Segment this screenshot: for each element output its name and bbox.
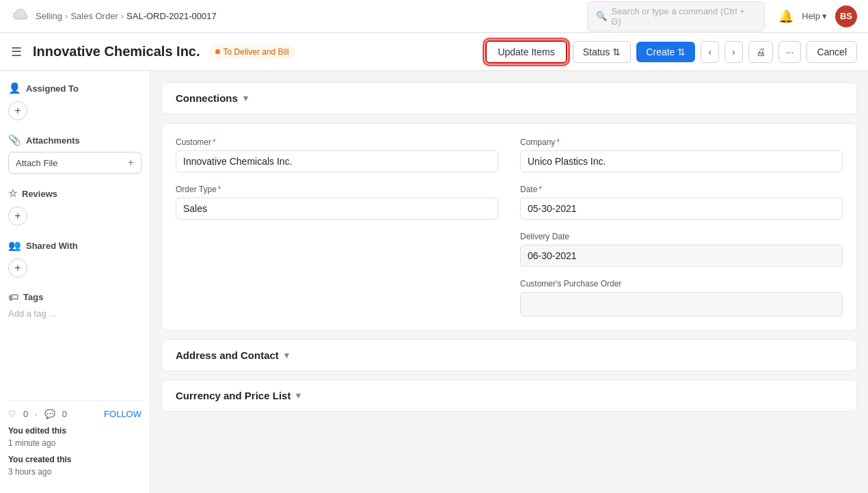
date-label: Date*: [520, 185, 843, 194]
attach-plus-icon: +: [128, 157, 134, 169]
print-button[interactable]: 🖨: [748, 41, 773, 63]
delivery-date-group: Delivery Date: [520, 232, 843, 267]
create-button[interactable]: Create ⇅: [636, 42, 695, 62]
update-items-button[interactable]: Update Items: [485, 40, 567, 64]
purchase-order-label: Customer's Purchase Order: [520, 279, 843, 289]
delivery-date-input[interactable]: [520, 245, 843, 267]
company-input[interactable]: [520, 150, 843, 172]
add-review-button[interactable]: +: [8, 206, 27, 226]
create-chevron-icon: ⇅: [677, 46, 686, 57]
search-bar[interactable]: 🔍 Search or type a command (Ctrl + G): [587, 1, 765, 31]
shared-with-icon: 👥: [8, 239, 21, 252]
header-bar: ☰ Innovative Chemicals Inc. To Deliver a…: [0, 33, 868, 71]
help-label: Help: [802, 11, 820, 21]
status-chevron-icon: ⇅: [612, 46, 621, 57]
attachments-icon: 📎: [8, 134, 21, 146]
reviews-icon: ☆: [8, 187, 17, 200]
order-type-group: Order Type*: [176, 185, 498, 219]
reviews-label: Reviews: [22, 189, 57, 199]
currency-price-card: Currency and Price List ▾: [161, 379, 857, 412]
order-type-label: Order Type*: [176, 185, 498, 194]
search-placeholder-text: Search or type a command (Ctrl + G): [611, 6, 756, 27]
help-chevron-icon: ▾: [822, 11, 827, 21]
shared-with-section: 👥 Shared With +: [8, 239, 141, 278]
breadcrumb-sales-order[interactable]: Sales Order: [70, 11, 118, 21]
sidebar: 👤 Assigned To + 📎 Attachments Attach Fil…: [0, 71, 150, 493]
breadcrumb-current: SAL-ORD-2021-00017: [126, 11, 217, 21]
tags-icon: 🏷: [8, 291, 18, 303]
heart-icon: ♡: [8, 409, 16, 419]
currency-price-header[interactable]: Currency and Price List ▾: [162, 380, 856, 411]
status-dot: [215, 49, 220, 54]
attach-file-button[interactable]: Attach File +: [8, 152, 141, 174]
date-group: Date*: [520, 185, 843, 219]
delivery-date-label: Delivery Date: [520, 232, 843, 241]
assigned-to-label: Assigned To: [26, 83, 79, 94]
assigned-to-section: 👤 Assigned To +: [8, 82, 141, 120]
order-type-input[interactable]: [176, 198, 498, 219]
tags-section: 🏷 Tags Add a tag ...: [8, 291, 141, 319]
shared-with-label: Shared With: [26, 241, 78, 251]
currency-price-title: Currency and Price List: [176, 390, 290, 401]
likes-count: 0: [23, 409, 28, 419]
address-contact-header[interactable]: Address and Contact ▾: [162, 340, 856, 371]
date-input[interactable]: [520, 198, 843, 219]
tags-label: Tags: [23, 292, 43, 302]
add-assigned-to-button[interactable]: +: [8, 101, 27, 120]
dot-separator: ·: [35, 409, 38, 419]
customer-form-card: Customer* Company* Order Type*: [161, 123, 857, 331]
customer-group: Customer*: [176, 137, 498, 172]
customer-form-body: Customer* Company* Order Type*: [162, 124, 856, 330]
connections-title: Connections: [176, 92, 238, 104]
address-chevron-icon: ▾: [284, 350, 289, 360]
activity-item-1: You created this 3 hours ago: [8, 453, 141, 478]
page-title: Innovative Chemicals Inc.: [33, 44, 200, 59]
company-label: Company*: [520, 137, 843, 147]
cloud-logo-icon[interactable]: [11, 7, 30, 26]
main-layout: 👤 Assigned To + 📎 Attachments Attach Fil…: [0, 71, 868, 493]
topnav: Selling › Sales Order › SAL-ORD-2021-000…: [0, 0, 868, 33]
add-shared-with-button[interactable]: +: [8, 258, 27, 278]
breadcrumb: Selling › Sales Order › SAL-ORD-2021-000…: [36, 11, 217, 21]
activity-item-0: You edited this 1 minute ago: [8, 425, 141, 449]
customer-form-grid: Customer* Company* Order Type*: [176, 137, 843, 317]
company-group: Company*: [520, 137, 843, 172]
status-button[interactable]: Status ⇅: [573, 41, 632, 63]
more-options-button[interactable]: ···: [778, 41, 802, 63]
connections-card-header[interactable]: Connections ▾: [162, 83, 856, 114]
search-icon: 🔍: [596, 11, 607, 21]
user-avatar[interactable]: BS: [835, 5, 857, 27]
purchase-order-group: Customer's Purchase Order: [520, 279, 843, 317]
attachments-label: Attachments: [26, 135, 80, 146]
address-contact-title: Address and Contact: [176, 349, 279, 361]
reviews-section: ☆ Reviews +: [8, 187, 141, 226]
connections-chevron-icon: ▾: [243, 93, 248, 103]
purchase-order-input[interactable]: [520, 292, 843, 317]
breadcrumb-selling[interactable]: Selling: [36, 11, 62, 21]
customer-label: Customer*: [176, 137, 498, 147]
nav-prev-button[interactable]: ‹: [701, 41, 719, 63]
sidebar-bottom: ♡ 0 · 💬 0 FOLLOW You edited this 1 minut…: [8, 400, 141, 482]
assigned-to-icon: 👤: [8, 82, 21, 94]
topnav-actions: 🔔 Help ▾ BS: [778, 5, 857, 27]
address-contact-card: Address and Contact ▾: [161, 339, 857, 371]
follow-button[interactable]: FOLLOW: [104, 409, 141, 419]
status-text: To Deliver and Bill: [223, 47, 289, 57]
currency-chevron-icon: ▾: [296, 390, 301, 401]
main-content: Connections ▾ Customer* Company*: [150, 71, 868, 493]
status-badge: To Deliver and Bill: [208, 45, 296, 59]
header-actions: Update Items Status ⇅ Create ⇅ ‹ › 🖨 ···…: [485, 40, 857, 64]
nav-next-button[interactable]: ›: [724, 41, 743, 63]
connections-card: Connections ▾: [161, 82, 857, 115]
customer-input[interactable]: [176, 150, 498, 172]
hamburger-menu-icon[interactable]: ☰: [11, 44, 22, 59]
comment-icon: 💬: [44, 409, 55, 419]
add-tag-placeholder[interactable]: Add a tag ...: [8, 308, 141, 319]
notification-bell-icon[interactable]: 🔔: [778, 9, 794, 24]
social-row: ♡ 0 · 💬 0 FOLLOW: [8, 409, 141, 419]
comments-count: 0: [62, 409, 67, 419]
attachments-section: 📎 Attachments Attach File +: [8, 134, 141, 174]
cancel-button[interactable]: Cancel: [806, 41, 857, 63]
help-button[interactable]: Help ▾: [802, 11, 827, 21]
